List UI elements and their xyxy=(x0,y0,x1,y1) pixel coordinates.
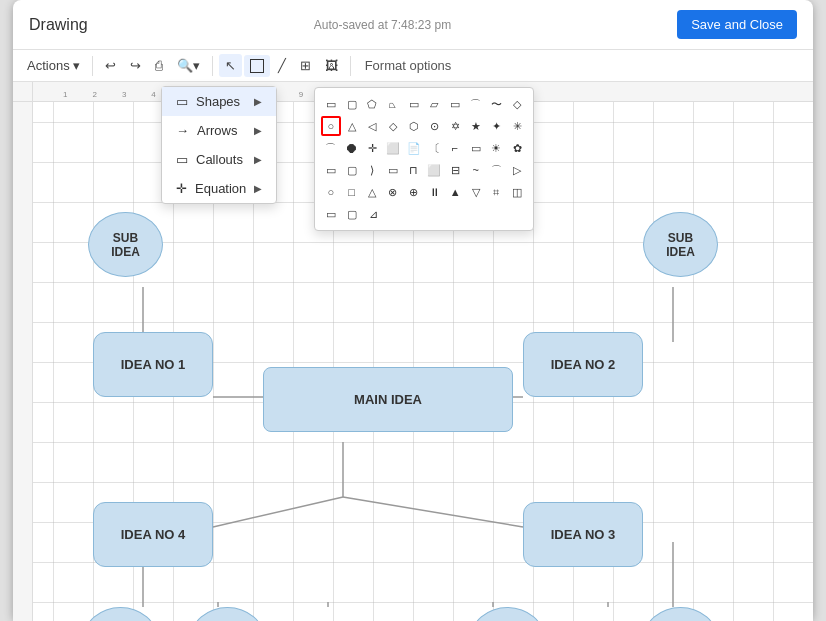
sub-idea-bottom-3[interactable]: SUB IDEA xyxy=(470,607,545,621)
shape-circle2[interactable]: ⊙ xyxy=(425,116,445,136)
shape-hexagon[interactable]: ⬡ xyxy=(404,116,424,136)
shape-parallelogram[interactable]: ▱ xyxy=(425,94,445,114)
shape-wave2[interactable]: ~ xyxy=(466,160,486,180)
shape-fold[interactable]: ⌐ xyxy=(445,138,465,158)
redo-button[interactable]: ↪ xyxy=(124,54,147,77)
shape-sq[interactable]: □ xyxy=(342,182,362,202)
shape-tape[interactable]: 〔 xyxy=(425,138,445,158)
shape-doc[interactable]: 📄 xyxy=(404,138,424,158)
select-button[interactable]: ↖ xyxy=(219,54,242,77)
line-button[interactable]: ╱ xyxy=(272,54,292,77)
toolbar: Actions ▾ ↩ ↪ ⎙ 🔍▾ ↖ ╱ ⊞ 🖼 Format option… xyxy=(13,50,813,82)
shape-star4[interactable]: ✦ xyxy=(487,116,507,136)
actions-dropdown-icon: ▾ xyxy=(73,58,80,73)
shape-octagon[interactable]: ⯃ xyxy=(342,138,362,158)
shape-rect5[interactable]: ▭ xyxy=(321,160,341,180)
actions-menu-button[interactable]: Actions ▾ xyxy=(21,54,86,77)
shape-arrow-down[interactable]: ▽ xyxy=(466,182,486,202)
shape-star5[interactable]: ★ xyxy=(466,116,486,136)
shape-wave[interactable]: 〜 xyxy=(487,94,507,114)
idea1-shape[interactable]: IDEA NO 1 xyxy=(93,332,213,397)
shape-tri4[interactable]: ⊿ xyxy=(363,204,383,224)
shape-tri2[interactable]: △ xyxy=(362,182,382,202)
shape-rect4[interactable]: ▭ xyxy=(466,138,486,158)
menu-item-shapes[interactable]: ▭ Shapes ▶ xyxy=(162,87,276,116)
main-idea-shape[interactable]: MAIN IDEA xyxy=(263,367,513,432)
equation-item-icon: ✛ xyxy=(176,181,187,196)
shapes-grid: ▭ ▢ ⬠ ⏢ ▭ ▱ ▭ ⌒ 〜 ◇ ○ △ xyxy=(321,94,527,224)
shape-tab[interactable]: ⊓ xyxy=(404,160,424,180)
save-close-button[interactable]: Save and Close xyxy=(677,10,797,39)
idea3-shape[interactable]: IDEA NO 3 xyxy=(523,502,643,567)
shape-rect9[interactable]: ▢ xyxy=(342,204,362,224)
shape-tri3[interactable]: ▲ xyxy=(445,182,465,202)
shapes-row-2: ○ △ ◁ ◇ ⬡ ⊙ ✡ ★ ✦ ✳ xyxy=(321,116,527,136)
image-button[interactable]: 🖼 xyxy=(319,54,344,77)
sub-idea-top-left[interactable]: SUB IDEA xyxy=(88,212,163,277)
shapes-row-6: ▭ ▢ ⊿ xyxy=(321,204,527,224)
idea3-label: IDEA NO 3 xyxy=(551,527,616,542)
shape-rect3[interactable]: ▭ xyxy=(445,94,465,114)
shapes-row-5: ○ □ △ ⊗ ⊕ ⏸ ▲ ▽ ⌗ ◫ xyxy=(321,182,527,202)
shape-box3d[interactable]: ⬜ xyxy=(383,138,403,158)
shape-triangle[interactable]: △ xyxy=(342,116,362,136)
undo-button[interactable]: ↩ xyxy=(99,54,122,77)
shape-rounded2[interactable]: ▢ xyxy=(342,160,362,180)
shape-pentagon[interactable]: ⬠ xyxy=(362,94,382,114)
print-button[interactable]: ⎙ xyxy=(149,54,169,77)
shape-multi[interactable]: ⊟ xyxy=(445,160,465,180)
shape-diamond[interactable]: ◇ xyxy=(383,116,403,136)
main-idea-label: MAIN IDEA xyxy=(354,392,422,407)
window-title: Drawing xyxy=(29,16,88,34)
shape-trapezoid[interactable]: ⏢ xyxy=(383,94,403,114)
ruler-mark-1: 1 xyxy=(63,90,67,101)
shape-cross[interactable]: ✛ xyxy=(362,138,382,158)
menu-item-callouts[interactable]: ▭ Callouts ▶ xyxy=(162,145,276,174)
shape-right-tri[interactable]: ◁ xyxy=(362,116,382,136)
arrows-item-label: Arrows xyxy=(197,123,237,138)
shape-stop[interactable]: ⏸ xyxy=(425,182,445,202)
shape-plus[interactable]: ⊕ xyxy=(404,182,424,202)
equation-arrow: ▶ xyxy=(254,183,262,194)
idea2-label: IDEA NO 2 xyxy=(551,357,616,372)
menu-item-equation[interactable]: ✛ Equation ▶ xyxy=(162,174,276,203)
autosave-label: Auto-saved at 7:48:23 pm xyxy=(314,18,451,32)
arrows-arrow: ▶ xyxy=(254,125,262,136)
sub-idea-bottom-right[interactable]: SUB IDEA xyxy=(643,607,718,621)
sub-idea-top-left-label: SUB IDEA xyxy=(111,231,140,259)
idea2-shape[interactable]: IDEA NO 2 xyxy=(523,332,643,397)
shape-brace[interactable]: ⌒ xyxy=(321,138,341,158)
ruler-mark-4: 4 xyxy=(151,90,155,101)
shape-para2[interactable]: ▷ xyxy=(507,160,527,180)
shape-misc[interactable]: ◫ xyxy=(507,182,527,202)
shape-cylinder-top[interactable]: ⌒ xyxy=(466,94,486,114)
shape-rounded-rect[interactable]: ▢ xyxy=(342,94,362,114)
crop-button[interactable]: ⊞ xyxy=(294,54,317,77)
zoom-button[interactable]: 🔍▾ xyxy=(171,54,206,77)
shape-x[interactable]: ⊗ xyxy=(383,182,403,202)
shape-arc[interactable]: ⌒ xyxy=(487,160,507,180)
shape-frame[interactable]: ⬜ xyxy=(425,160,445,180)
shape-rect[interactable]: ▭ xyxy=(321,94,341,114)
sub-idea-bottom-1[interactable]: SUB IDEA xyxy=(83,607,158,621)
shape-diamond-small[interactable]: ◇ xyxy=(507,94,527,114)
menu-item-arrows[interactable]: → Arrows ▶ xyxy=(162,116,276,145)
shape-rect8[interactable]: ▭ xyxy=(321,204,341,224)
shape-circle[interactable]: ○ xyxy=(321,116,341,136)
sub-idea-bottom-2[interactable]: SUB IDEA xyxy=(190,607,265,621)
idea4-shape[interactable]: IDEA NO 4 xyxy=(93,502,213,567)
title-bar: Drawing Auto-saved at 7:48:23 pm Save an… xyxy=(13,0,813,50)
sub-idea-top-right[interactable]: SUB IDEA xyxy=(643,212,718,277)
shape-sun[interactable]: ☀ xyxy=(487,138,507,158)
format-options-label: Format options xyxy=(357,54,460,77)
shape-flower[interactable]: ✿ xyxy=(507,138,527,158)
shape-star6[interactable]: ✡ xyxy=(445,116,465,136)
shape-rect7[interactable]: ⌗ xyxy=(487,182,507,202)
shapes-button[interactable] xyxy=(244,55,270,77)
shape-rect6[interactable]: ▭ xyxy=(383,160,403,180)
shape-rect2[interactable]: ▭ xyxy=(404,94,424,114)
shape-star8[interactable]: ✳ xyxy=(507,116,527,136)
shape-circ2[interactable]: ○ xyxy=(321,182,341,202)
shape-chevron[interactable]: ⟩ xyxy=(362,160,382,180)
svg-line-3 xyxy=(213,497,343,527)
